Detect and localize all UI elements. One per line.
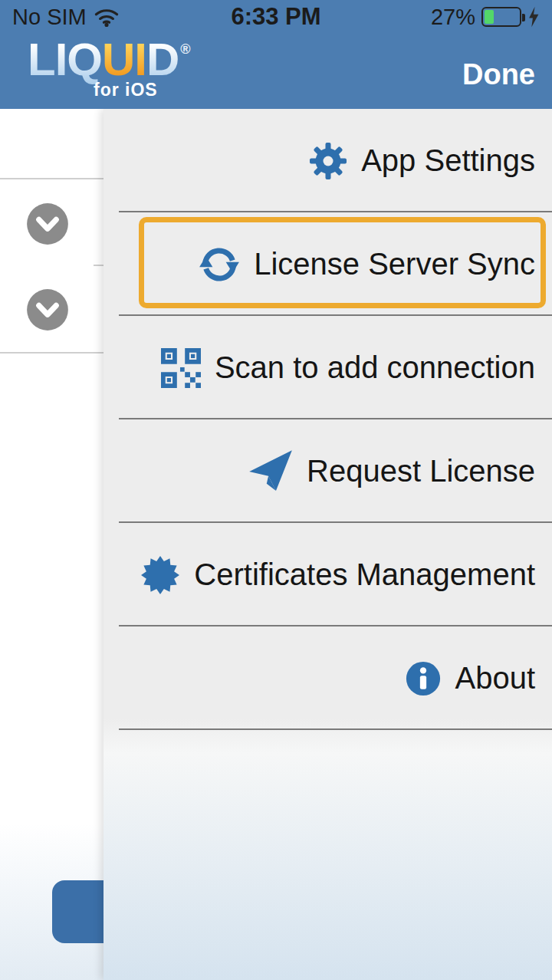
- menu-item-certificates-management[interactable]: Certificates Management: [104, 523, 552, 626]
- menu-item-label: App Settings: [361, 143, 535, 178]
- app-header: No SIM 6:33 PM 27% LIQUID® for iOS Do: [0, 0, 552, 109]
- menu-item-about[interactable]: About: [104, 626, 552, 730]
- battery-icon: [481, 7, 521, 27]
- liquid-logo: LIQUID® for iOS: [28, 37, 190, 99]
- wifi-icon: [94, 7, 119, 27]
- menu-divider: [119, 728, 552, 730]
- carrier-label: No SIM: [12, 5, 87, 30]
- menu-item-scan-to-add-connection[interactable]: Scan to add connection: [104, 316, 552, 419]
- menu-item-request-license[interactable]: Request License: [104, 419, 552, 523]
- menu-item-label: License Server Sync: [254, 247, 535, 281]
- menu-item-label: Certificates Management: [194, 557, 535, 592]
- menu-item-license-server-sync[interactable]: License Server Sync: [104, 212, 552, 316]
- collapse-chevron-button[interactable]: [26, 288, 69, 331]
- chevron-down-icon: [26, 202, 69, 245]
- menu-item-label: Scan to add connection: [215, 350, 535, 385]
- logo-text-prefix: LIQ: [28, 34, 102, 85]
- battery-fill: [485, 10, 494, 24]
- certificate-seal-icon: [140, 555, 180, 595]
- registered-trademark: ®: [180, 41, 189, 57]
- done-button[interactable]: Done: [462, 58, 535, 91]
- charging-bolt-icon: [527, 6, 540, 28]
- sync-icon: [199, 244, 240, 285]
- logo-text-suffix: D: [146, 34, 179, 85]
- gear-icon: [309, 142, 347, 180]
- chevron-down-icon: [26, 288, 69, 331]
- qr-code-icon: [161, 348, 201, 388]
- collapse-chevron-button[interactable]: [26, 202, 69, 245]
- menu-item-label: Request License: [307, 454, 535, 488]
- menu-item-label: About: [455, 661, 535, 696]
- logo-text-highlight: UI: [102, 34, 146, 85]
- battery-percent-label: 27%: [431, 5, 475, 30]
- battery-nub: [522, 14, 525, 21]
- paper-plane-icon: [248, 449, 293, 494]
- status-bar: No SIM 6:33 PM 27%: [0, 0, 552, 34]
- side-menu-panel: App Settings License Server Sync: [104, 109, 552, 980]
- menu-item-app-settings[interactable]: App Settings: [104, 109, 552, 212]
- info-icon: [406, 661, 441, 696]
